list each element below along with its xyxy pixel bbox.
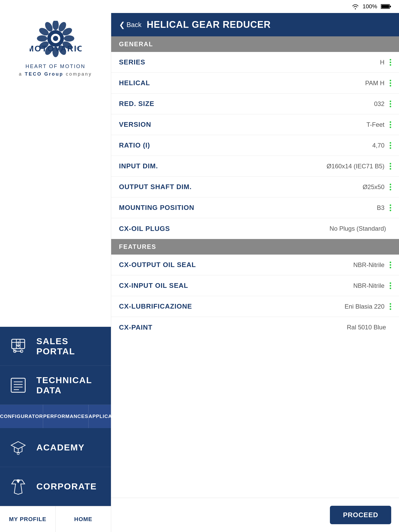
mounting-position-label: MOUNTING POSITION <box>119 204 377 212</box>
performances-btn[interactable]: PERFORMANCES <box>43 405 89 428</box>
helical-label: HELICAL <box>119 79 365 87</box>
row-red-size: RED. SIZE 032 <box>111 94 399 114</box>
ratio-label: RATIO (I) <box>119 141 372 149</box>
svg-marker-33 <box>11 442 25 449</box>
red-size-value: 032 <box>374 100 384 108</box>
cx-output-oil-seal-menu-icon[interactable] <box>390 262 391 268</box>
cx-lubrificazione-value: Eni Blasia 220 <box>345 303 384 310</box>
academy-label: ACADEMY <box>36 442 85 453</box>
battery-icon <box>381 4 391 9</box>
sidebar-item-corporate[interactable]: CORPORATE <box>0 467 111 506</box>
row-cx-paint: CX-PAINT Ral 5010 Blue <box>111 317 399 338</box>
cx-paint-value: Ral 5010 Blue <box>347 324 386 331</box>
svg-rect-28 <box>11 378 25 392</box>
input-dim-value: Ø160x14 (IEC71 B5) <box>327 163 384 170</box>
features-section-header: FEATURES <box>111 239 399 255</box>
cx-input-oil-seal-label: CX-INPUT OIL SEAL <box>119 282 353 290</box>
wifi-icon <box>352 4 359 9</box>
row-ratio: RATIO (I) 4,70 <box>111 135 399 156</box>
sidebar: MOTOVARIO ® HEART OF MOTION a TECO Group… <box>0 13 111 532</box>
helical-menu-icon[interactable] <box>390 80 391 87</box>
ratio-value: 4,70 <box>372 142 384 149</box>
red-size-label: RED. SIZE <box>119 100 374 108</box>
status-bar: 100% <box>0 0 399 13</box>
input-dim-menu-icon[interactable] <box>390 163 391 170</box>
svg-point-6 <box>64 35 74 42</box>
cart-icon <box>8 336 29 357</box>
input-dim-label: INPUT DIM. <box>119 162 327 170</box>
version-label: VERSION <box>119 121 367 129</box>
svg-point-17 <box>53 36 58 41</box>
svg-rect-2 <box>390 6 391 7</box>
mounting-position-value: B3 <box>377 204 384 211</box>
svg-point-12 <box>37 35 47 42</box>
row-version: VERSION T-Feet <box>111 114 399 135</box>
row-cx-lubrificazione: CX-LUBRIFICAZIONE Eni Blasia 220 <box>111 296 399 317</box>
general-section-header: GENERAL <box>111 36 399 52</box>
sidebar-item-technical-data[interactable]: TECHNICAL DATA <box>0 366 111 405</box>
cx-lubrificazione-menu-icon[interactable] <box>390 303 391 310</box>
sales-portal-label: SALES PORTAL <box>36 336 103 356</box>
sub-nav: CONFIGURATOR PERFORMANCES APPLICATIONS <box>0 405 111 428</box>
svg-marker-36 <box>16 480 20 483</box>
svg-rect-1 <box>381 5 389 8</box>
my-profile-btn[interactable]: MY PROFILE <box>0 506 56 532</box>
row-helical: HELICAL PAM H <box>111 73 399 94</box>
cx-input-oil-seal-value: NBR-Nitrile <box>353 282 384 289</box>
bottom-nav: MY PROFILE HOME <box>0 506 111 532</box>
logo-area: MOTOVARIO ® HEART OF MOTION a TECO Group… <box>0 13 111 327</box>
cx-input-oil-seal-menu-icon[interactable] <box>390 282 391 289</box>
version-value: T-Feet <box>367 121 384 128</box>
series-label: SERIES <box>119 58 380 66</box>
graduation-icon <box>8 437 29 458</box>
logo-tagline: HEART OF MOTION <box>25 63 85 69</box>
cx-output-oil-seal-value: NBR-Nitrile <box>353 261 384 269</box>
back-chevron-icon: ❮ <box>119 21 125 29</box>
content-header: ❮ Back HELICAL GEAR REDUCER <box>111 13 399 36</box>
back-button[interactable]: ❮ Back <box>119 21 142 29</box>
output-shaft-dim-menu-icon[interactable] <box>390 184 391 190</box>
configurator-btn[interactable]: CONFIGURATOR <box>0 405 43 428</box>
row-cx-output-oil-seal: CX-OUTPUT OIL SEAL NBR-Nitrile <box>111 255 399 275</box>
corporate-label: CORPORATE <box>36 481 97 491</box>
series-menu-icon[interactable] <box>390 59 391 66</box>
cx-paint-label: CX-PAINT <box>119 323 347 331</box>
cx-output-oil-seal-label: CX-OUTPUT OIL SEAL <box>119 261 353 269</box>
sidebar-item-sales-portal[interactable]: SALES PORTAL <box>0 327 111 366</box>
back-label: Back <box>127 21 142 29</box>
technical-data-label: TECHNICAL DATA <box>36 375 103 395</box>
general-rows: SERIES H HELICAL PAM H RED. SIZE 032 <box>111 52 399 239</box>
svg-text:MOTOVARIO: MOTOVARIO <box>30 44 82 53</box>
proceed-button[interactable]: PROCEED <box>330 506 391 524</box>
red-size-menu-icon[interactable] <box>390 101 391 107</box>
motovario-logo: MOTOVARIO ® <box>30 21 82 62</box>
version-menu-icon[interactable] <box>390 121 391 128</box>
teco-line: a TECO Group company <box>19 71 92 77</box>
row-cx-input-oil-seal: CX-INPUT OIL SEAL NBR-Nitrile <box>111 275 399 296</box>
cx-lubrificazione-label: CX-LUBRIFICAZIONE <box>119 302 345 310</box>
row-series: SERIES H <box>111 52 399 73</box>
proceed-area: PROCEED <box>111 498 399 532</box>
features-rows: CX-OUTPUT OIL SEAL NBR-Nitrile CX-INPUT … <box>111 255 399 338</box>
row-output-shaft-dim: OUTPUT SHAFT DIM. Ø25x50 <box>111 177 399 197</box>
output-shaft-dim-label: OUTPUT SHAFT DIM. <box>119 183 363 191</box>
cx-oil-plugs-value: No Plugs (Standard) <box>330 225 386 232</box>
helical-value: PAM H <box>365 79 384 87</box>
mounting-position-menu-icon[interactable] <box>390 204 391 211</box>
page-title: HELICAL GEAR REDUCER <box>147 19 271 30</box>
content-area: ❮ Back HELICAL GEAR REDUCER GENERAL SERI… <box>111 13 399 532</box>
ratio-menu-icon[interactable] <box>390 142 391 149</box>
row-cx-oil-plugs: CX-OIL PLUGS No Plugs (Standard) <box>111 218 399 239</box>
home-btn[interactable]: HOME <box>56 506 111 532</box>
sidebar-item-academy[interactable]: ACADEMY <box>0 428 111 467</box>
tie-icon <box>8 476 29 497</box>
series-value: H <box>380 59 384 66</box>
svg-point-3 <box>52 21 59 30</box>
cx-oil-plugs-label: CX-OIL PLUGS <box>119 225 330 233</box>
row-mounting-position: MOUNTING POSITION B3 <box>111 197 399 218</box>
output-shaft-dim-value: Ø25x50 <box>363 183 384 191</box>
row-input-dim: INPUT DIM. Ø160x14 (IEC71 B5) <box>111 156 399 177</box>
list-icon <box>8 375 29 396</box>
battery-percent: 100% <box>363 3 377 10</box>
svg-text:®: ® <box>76 46 79 51</box>
